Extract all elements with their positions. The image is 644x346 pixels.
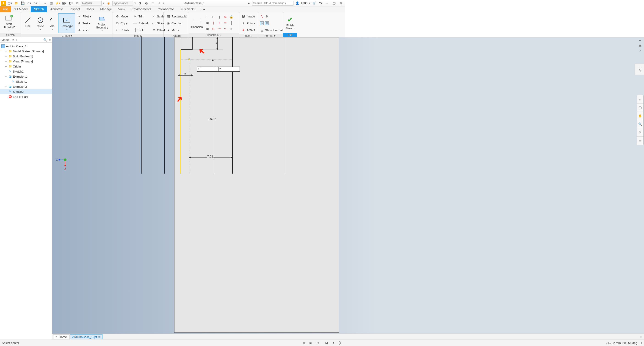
tree-item[interactable]: ✎Sketch1: [0, 69, 52, 74]
minimize-button[interactable]: ━: [325, 1, 330, 6]
symmetric-icon[interactable]: ⇆: [222, 26, 228, 32]
tab-sketch[interactable]: Sketch: [31, 6, 47, 12]
parallel-icon[interactable]: ∥: [211, 20, 216, 26]
project-geometry-button[interactable]: Project Geometry▾: [94, 13, 110, 33]
text-button[interactable]: AText ▾: [76, 20, 92, 26]
qat-new-dropdown[interactable]: ▢▾: [7, 1, 12, 6]
point-button[interactable]: ✚Point: [76, 27, 92, 33]
copy-button[interactable]: ⧉Copy: [115, 20, 130, 26]
smooth-icon[interactable]: 〰: [217, 26, 222, 32]
dimension-button[interactable]: Dimension: [190, 13, 203, 33]
format-toggle1[interactable]: ╲⊕: [259, 13, 284, 19]
tree-toggle[interactable]: +: [4, 85, 7, 88]
tree-toggle[interactable]: +: [4, 65, 7, 68]
panel-title-format[interactable]: Format ▾: [257, 34, 283, 37]
canvas[interactable]: ➔ ➔ 2 2 20.32 7.62 X: [52, 37, 345, 186]
qat-select[interactable]: ▣▾: [62, 1, 67, 6]
tab-collaborate[interactable]: Collaborate: [154, 6, 177, 12]
tab-overflow[interactable]: ▭▾: [200, 6, 207, 12]
panel-title-constrain[interactable]: Constrain ▾: [189, 33, 239, 37]
rectangle-button[interactable]: Rectangle▾: [58, 13, 75, 33]
trim-button[interactable]: ✂Trim: [132, 13, 148, 19]
acad-button[interactable]: AACAD: [241, 27, 256, 33]
panel-title-create[interactable]: Create ▾: [21, 34, 112, 37]
y-input[interactable]: [222, 67, 240, 72]
fillet-button[interactable]: ⌐Fillet ▾: [76, 13, 92, 19]
extend-button[interactable]: ⟶Extend: [132, 20, 148, 26]
qat-material-globe-icon[interactable]: ⊕: [74, 1, 80, 6]
appearance-apply-icon[interactable]: ◑: [137, 1, 142, 6]
circle-button[interactable]: Circle▾: [34, 13, 46, 33]
tree-item[interactable]: ⛔End of Part: [0, 94, 52, 99]
dimension-left[interactable]: 2: [184, 73, 186, 76]
appearance-selector[interactable]: Appearance: [112, 1, 133, 6]
image-button[interactable]: 🖼Image: [241, 13, 256, 19]
user-icon[interactable]: 👤: [295, 1, 300, 6]
x-input[interactable]: [200, 67, 218, 72]
tree-item[interactable]: +📁Origin: [0, 64, 52, 69]
appearance-clear-icon[interactable]: ◐: [144, 1, 149, 6]
points-button[interactable]: ⁞Points: [241, 20, 256, 26]
tab-manage[interactable]: Manage: [97, 6, 115, 12]
appearance-globe-icon[interactable]: ◉: [106, 1, 111, 6]
rect-pattern-button[interactable]: ▦Rectangular: [166, 13, 188, 19]
dimension-width[interactable]: 7.62: [207, 155, 214, 158]
dimension-top[interactable]: 2: [216, 41, 218, 45]
tree-item[interactable]: −◪Extrusion1: [0, 74, 52, 79]
split-button[interactable]: ╫Split: [132, 27, 148, 33]
material-selector[interactable]: Material: [81, 1, 102, 6]
coincident-icon[interactable]: ∟: [211, 14, 216, 20]
fix-icon[interactable]: 🔒: [228, 14, 234, 20]
tab-annotate[interactable]: Annotate: [47, 6, 66, 12]
tab-environments[interactable]: Environments: [128, 6, 154, 12]
dimension-height[interactable]: 20.32: [208, 117, 217, 120]
show-format-button[interactable]: ▤Show Format: [259, 27, 284, 33]
tree-item[interactable]: +📁Solid Bodies(1): [0, 54, 52, 59]
vertical-icon[interactable]: ║: [228, 20, 234, 26]
mirror-button[interactable]: ▲Mirror: [166, 27, 188, 33]
cart-icon[interactable]: 🛒: [312, 1, 317, 6]
help-icon[interactable]: ?▾: [318, 1, 323, 6]
automatic-dim-icon[interactable]: ⊦: [205, 14, 210, 20]
concentric-icon[interactable]: ◎: [222, 14, 228, 20]
qat-home[interactable]: ⌂: [42, 1, 48, 6]
browser-menu-icon[interactable]: ≡: [49, 38, 51, 42]
qat-save[interactable]: 💾: [20, 1, 25, 6]
qat-undo[interactable]: ↶▾: [26, 1, 32, 6]
tree-toggle[interactable]: +: [4, 60, 7, 63]
tree-item[interactable]: +📁View: [Primary]: [0, 59, 52, 64]
tab-view[interactable]: View: [115, 6, 128, 12]
qat-library[interactable]: ▥: [49, 1, 54, 6]
maximize-button[interactable]: ▢: [332, 1, 337, 6]
move-button[interactable]: ✥Move: [115, 13, 130, 19]
tab-fusion[interactable]: Fusion 360: [177, 6, 200, 12]
tab-inspect[interactable]: Inspect: [66, 6, 83, 12]
qat-bolt[interactable]: ⚡▾: [55, 1, 60, 6]
qat-add[interactable]: ✚: [156, 1, 162, 6]
tab-tools[interactable]: Tools: [83, 6, 97, 12]
tree-item[interactable]: ✎Sketch2: [0, 89, 52, 94]
horizontal-icon[interactable]: ═: [222, 20, 228, 26]
browser-search-icon[interactable]: 🔍: [43, 38, 47, 42]
finish-sketch-button[interactable]: ✔ Finish Sketch: [284, 13, 296, 33]
perpendicular-icon[interactable]: ⊥: [217, 20, 222, 26]
tree-root[interactable]: ArduinoCase_1: [0, 44, 52, 49]
line-button[interactable]: Line▾: [22, 13, 34, 33]
collinear-icon[interactable]: ∥: [217, 14, 222, 20]
tree-item[interactable]: +📁Model States: [Primary]: [0, 49, 52, 54]
search-input[interactable]: Search Help & Commands...: [252, 1, 294, 6]
tree-toggle[interactable]: +: [4, 55, 7, 58]
close-button[interactable]: ✕: [338, 1, 344, 6]
tree-toggle[interactable]: +: [4, 50, 7, 53]
exit-button[interactable]: Exit: [283, 33, 297, 37]
constraint-settings-icon[interactable]: ▣: [205, 26, 210, 32]
show-constraints-icon[interactable]: ▣: [205, 20, 210, 26]
circ-pattern-button[interactable]: ◉Circular: [166, 20, 188, 26]
rotate-button[interactable]: ↻Rotate: [115, 27, 130, 33]
tab-3d-model[interactable]: 3D Model: [11, 6, 31, 12]
file-tab[interactable]: File: [0, 6, 11, 12]
tangent-icon[interactable]: ⊖: [211, 26, 216, 32]
qat-measure[interactable]: ◧▾: [68, 1, 73, 6]
qat-open[interactable]: 📂: [14, 1, 19, 6]
arc-button[interactable]: Arc▾: [47, 13, 58, 33]
